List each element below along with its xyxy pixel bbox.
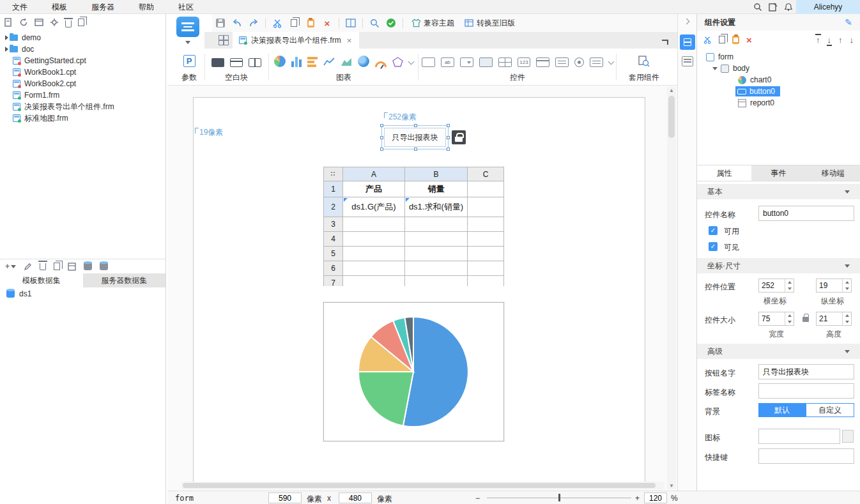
vertical-scrollbar[interactable]: ▲ ▼ [667, 87, 676, 489]
parameter-icon[interactable]: P [183, 55, 196, 67]
y-position-input[interactable] [817, 279, 842, 292]
spin-up-icon[interactable] [785, 279, 794, 286]
grid-column-header[interactable]: C [468, 167, 504, 181]
user-account-tab[interactable]: Alicehyy [796, 0, 860, 14]
number-widget-icon[interactable]: 123 [518, 57, 531, 67]
copy-icon[interactable] [78, 19, 84, 26]
resize-handle-e[interactable] [447, 136, 450, 139]
grid-cell[interactable] [343, 217, 405, 232]
component-library-button[interactable] [176, 17, 199, 37]
button-name-input[interactable] [758, 364, 854, 379]
tree-node-report0[interactable]: report0 [697, 97, 860, 109]
radio-widget-icon[interactable] [574, 57, 584, 67]
background-custom-button[interactable]: 自定义 [806, 403, 854, 417]
tab-list-icon[interactable] [219, 35, 229, 45]
resize-handle-s[interactable] [414, 148, 417, 151]
compat-theme-button[interactable]: 兼容主题 [406, 15, 459, 31]
grid-cell[interactable] [405, 276, 468, 286]
validate-check-icon[interactable] [383, 15, 399, 31]
duplicate-dataset-icon[interactable] [54, 263, 60, 270]
tab-template-datasets[interactable]: 模板数据集 [0, 273, 83, 287]
more-charts-chevron-icon[interactable] [408, 59, 415, 65]
pie-chart-icon[interactable] [274, 56, 286, 67]
icon-input[interactable] [758, 429, 840, 444]
tab-mobile[interactable]: 移动端 [806, 165, 860, 181]
area-chart-icon[interactable] [341, 57, 352, 67]
menu-server[interactable]: 服务器 [79, 0, 127, 14]
spin-down-icon[interactable] [843, 319, 851, 325]
save-icon[interactable] [212, 15, 229, 31]
delete-icon[interactable] [65, 20, 72, 27]
search-icon[interactable] [750, 0, 765, 14]
table-widget-icon[interactable] [498, 57, 512, 67]
collapse-caret-icon[interactable] [845, 350, 850, 353]
menu-community[interactable]: 社区 [166, 0, 206, 14]
grid-cell[interactable]: ds1.求和(销量) [405, 197, 468, 217]
grid-cell[interactable]: 产品 [343, 181, 405, 197]
grid-cell[interactable] [468, 181, 504, 197]
bar-chart-icon[interactable] [307, 57, 318, 67]
widget-settings-dock-icon[interactable] [680, 34, 695, 50]
server-database-icon[interactable] [100, 263, 108, 270]
paste-icon[interactable] [732, 36, 739, 44]
text-widget-icon[interactable]: ab [441, 57, 454, 67]
tree-item-file[interactable]: 决策报表导出单个组件.frm [0, 101, 165, 112]
tab-server-datasets[interactable]: 服务器数据集 [83, 273, 166, 287]
spin-down-icon[interactable] [785, 286, 794, 292]
design-canvas[interactable]: 252像素 19像素 只导出报表块 ABC1产品销量2ds1.G(产品)ds1.… [167, 86, 677, 491]
grid-row-header[interactable]: 4 [324, 232, 343, 247]
component-library-caret-icon[interactable] [185, 41, 190, 44]
vertical-scroll-thumb[interactable] [668, 96, 675, 138]
scroll-up-icon[interactable]: ▲ [669, 88, 674, 93]
visible-checkbox[interactable]: ✓ [709, 242, 718, 251]
tree-node-form[interactable]: form [697, 51, 860, 63]
resize-handle-w[interactable] [380, 136, 383, 139]
grid-cell[interactable] [405, 247, 468, 261]
textfield-widget-icon[interactable] [422, 57, 435, 67]
expand-caret-icon[interactable] [5, 35, 8, 40]
height-spinner[interactable] [816, 312, 852, 326]
grid-cell[interactable] [468, 232, 504, 247]
width-input[interactable] [759, 312, 785, 325]
design-grid[interactable]: ABC1产品销量2ds1.G(产品)ds1.求和(销量)34567 [323, 167, 504, 286]
grid-cell[interactable] [468, 276, 504, 286]
radar-chart-icon[interactable] [392, 57, 403, 67]
menu-file[interactable]: 文件 [0, 0, 40, 14]
tab-block-icon[interactable] [230, 58, 243, 67]
spin-up-icon[interactable] [843, 279, 851, 286]
spin-down-icon[interactable] [785, 319, 794, 325]
grid-row-header[interactable]: 5 [324, 247, 343, 261]
delete-dataset-icon[interactable] [40, 263, 46, 270]
grid-row-header[interactable]: 6 [324, 261, 343, 276]
cell-settings-dock-icon[interactable] [682, 56, 693, 66]
convert-legacy-button[interactable]: 转换至旧版 [459, 15, 520, 31]
tree-item-folder[interactable]: demo [0, 32, 165, 43]
design-button-widget[interactable]: 只导出报表块 [384, 128, 446, 147]
tree-node-body[interactable]: body [697, 63, 860, 74]
cut-icon[interactable] [703, 36, 712, 44]
grid-cell[interactable] [468, 247, 504, 261]
menu-help[interactable]: 帮助 [127, 0, 166, 14]
tree-item-folder[interactable]: doc [0, 43, 165, 55]
grid-cell[interactable] [468, 217, 504, 232]
zoom-value-input[interactable] [644, 493, 667, 503]
button-widget-icon[interactable] [479, 57, 493, 67]
spin-up-icon[interactable] [785, 312, 794, 319]
hotkey-input[interactable] [758, 448, 854, 464]
grid-cell[interactable] [405, 232, 468, 247]
report-block-icon[interactable] [249, 58, 261, 67]
grid-cell[interactable] [343, 247, 405, 261]
zoom-slider-handle[interactable] [558, 494, 560, 501]
canvas-width-input[interactable] [268, 493, 302, 503]
delete-icon[interactable]: × [746, 35, 752, 45]
x-position-spinner[interactable] [758, 279, 794, 293]
grid-cell[interactable] [468, 261, 504, 276]
x-position-input[interactable] [759, 279, 785, 292]
add-dataset-icon[interactable]: + [5, 262, 16, 271]
collapse-panel-chevron-icon[interactable] [684, 19, 690, 25]
grid-cell[interactable] [343, 276, 405, 286]
document-tab[interactable]: 决策报表导出单个组件.frm × [233, 32, 359, 49]
tree-item-file[interactable]: GettingStarted.cpt [0, 55, 165, 66]
spin-down-icon[interactable] [843, 286, 851, 292]
line-chart-icon[interactable] [323, 57, 335, 67]
